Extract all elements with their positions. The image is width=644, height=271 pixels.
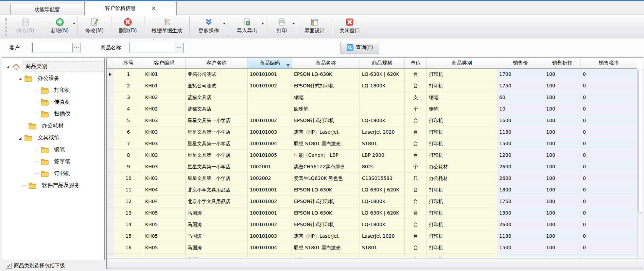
cell-销售价[interactable]: 1750 [497,80,544,92]
filter-funnel-icon[interactable] [286,61,290,69]
cell-商品名称[interactable]: 惠普CH561ZZ黑色墨盒 [292,161,360,173]
cell-销售折扣[interactable]: 100 [544,173,581,184]
cell-商品规格[interactable]: LBP 2900 [360,254,405,257]
table-row[interactable]: 7KH03星星文具第一小学店100101004联想 S1801 黑白激光S180… [107,138,637,150]
cell-销售价[interactable]: 1500 [497,138,544,150]
row-selector-cell[interactable] [107,138,114,150]
cell-单位[interactable]: 台 [405,115,427,126]
cell-客户编码[interactable]: KH01 [143,69,186,80]
cell-商品编码[interactable]: 100101001 [248,184,292,196]
cell-商品编码[interactable]: 100101004 [248,138,292,150]
cell-商品编码[interactable]: 100101002 [248,80,292,92]
cell-序号[interactable]: 2 [114,80,143,92]
row-selector-cell[interactable] [107,150,114,161]
table-row[interactable]: 2KH01亚拓公司测试100101002EPSON针式打印机LQ-1800K台打… [107,80,637,92]
toolbar-button-generate-from-doc[interactable]: 根据单据生成 [145,15,189,38]
row-selector-cell[interactable] [107,219,114,231]
cell-序号[interactable]: 5 [114,115,143,126]
cell-商品名称[interactable]: 惠普（HP）LaserJet [292,126,360,138]
tree-item-传真机[interactable]: 传真机 [29,96,104,108]
row-selector-cell[interactable] [107,126,114,138]
cell-商品规格[interactable]: LaserJet 1020 [360,126,405,138]
cell-序号[interactable]: 10 [114,173,143,184]
toolbar-grip-handle[interactable] [5,18,7,36]
cell-单位[interactable]: 台 [405,150,427,161]
column-header-客户编码[interactable]: 客户编码 [143,58,186,69]
cell-商品名称[interactable]: EPSON针式打印机 [292,80,360,92]
tree-item-订书机[interactable]: 订书机 [29,168,104,180]
cell-销售税率[interactable]: 0 [581,126,637,138]
cell-商品名称[interactable]: 佳能（Canon） LBP [292,150,360,161]
cell-序号[interactable]: 7 [114,138,143,150]
cell-商品规格[interactable] [360,92,405,103]
cell-序号[interactable]: 6 [114,126,143,138]
cell-销售税率[interactable]: 0 [581,103,637,115]
cell-商品名称[interactable]: 钢笔 [292,92,360,103]
cell-客户名称[interactable]: 星星文具第一小学店 [186,138,248,150]
cell-商品名称[interactable]: 圆珠笔 [292,103,360,115]
cell-单位[interactable]: 支 [405,92,427,103]
cell-商品名称[interactable]: 佳能（Canon） LBP [292,254,360,257]
cell-销售折扣[interactable]: 100 [544,150,581,161]
cell-销售价[interactable]: 1200 [497,150,544,161]
cell-单位[interactable]: 台 [405,207,427,219]
cell-商品规格[interactable]: LBP 2900 [360,150,405,161]
cell-客户编码[interactable]: KH03 [143,173,186,184]
cell-商品类别[interactable]: 打印机 [427,150,497,161]
cell-商品类别[interactable]: 打印机 [427,80,497,92]
toolbar-button-add[interactable]: 新增(N) [42,15,77,38]
tree-expander-icon[interactable] [5,64,11,70]
cell-客户编码[interactable]: KH03 [143,138,186,150]
cell-商品规格[interactable]: LQ-630K | 620K [360,69,405,80]
cell-单位[interactable]: 台 [405,69,427,80]
toolbar-button-save[interactable]: 保存(S) [10,15,41,38]
chevron-down-icon[interactable] [73,23,75,24]
table-row[interactable]: 9KH03星星文具第一小学店1002001惠普CH561ZZ黑色墨盒802s个办… [107,161,637,173]
cell-商品类别[interactable]: 打印机 [427,207,497,219]
cell-商品规格[interactable]: LQ-630K | 620K [360,184,405,196]
cell-商品类别[interactable]: 打印机 [427,138,497,150]
cell-客户编码[interactable]: KH05 [143,231,186,242]
cell-客户名称[interactable]: 亚拓公司测试 [186,80,248,92]
cell-客户名称[interactable]: 亚拓公司测试 [186,69,248,80]
cell-商品名称[interactable]: EPSON针式打印机 [292,196,360,207]
cell-销售价[interactable]: 1600 [497,115,544,126]
column-header-销售折扣[interactable]: 销售折扣 [544,58,581,69]
cell-销售税率[interactable]: 0 [581,219,637,231]
cell-销售税率[interactable]: 0 [581,231,637,242]
vertical-scrollbar[interactable] [637,69,643,257]
cell-商品编码[interactable]: 100101002 [248,115,292,126]
row-selector-cell[interactable] [107,115,114,126]
cell-商品编码[interactable]: 1002001 [248,161,292,173]
cell-销售价[interactable]: 1300 [497,207,544,219]
table-row[interactable]: 16KH05马国涛100101004联想 S1801 黑白激光S1801台打印机… [107,242,637,254]
cell-销售税率[interactable]: 0 [581,173,637,184]
cell-销售价[interactable]: 1700 [497,69,544,80]
tree-item-办公耗材[interactable]: 办公耗材 [17,120,104,132]
tree-expander-icon[interactable] [17,135,23,141]
table-row[interactable]: 10KH03星星文具第一小学店1002002爱普生LQ630K 黑色色C13S0… [107,173,637,184]
tab-function-nav[interactable]: 功能导航窗 [10,4,84,15]
cell-序号[interactable]: 14 [114,219,143,231]
product-name-input[interactable] [129,43,175,52]
table-row[interactable]: 6KH03星星文具第一小学店100101003惠普（HP）LaserJetLas… [107,126,637,138]
cell-商品规格[interactable]: 802s [360,161,405,173]
cell-商品名称[interactable]: 联想 S1801 黑白激光 [292,242,360,254]
cell-商品编码[interactable]: 100101005 [248,254,292,257]
cell-商品编码[interactable]: 100101001 [248,207,292,219]
cell-客户编码[interactable]: KH03 [143,150,186,161]
cell-序号[interactable]: 4 [114,103,143,115]
cell-序号[interactable]: 11 [114,184,143,196]
cell-销售折扣[interactable]: 100 [544,219,581,231]
cell-销售折扣[interactable]: 100 [544,80,581,92]
table-row[interactable]: 8KH03星星文具第一小学店100101005佳能（Canon） LBPLBP … [107,150,637,161]
cell-客户编码[interactable]: KH05 [143,242,186,254]
table-row[interactable]: 15KH05马国涛100101003惠普（HP）LaserJetLaserJet… [107,231,637,242]
cell-销售价[interactable]: 2600 [497,173,544,184]
tree-item-软件产品及服务[interactable]: 软件产品及服务 [17,180,104,191]
cell-单位[interactable]: 台 [405,126,427,138]
cell-商品规格[interactable]: LaserJet 1020 [360,231,405,242]
customer-input[interactable] [33,43,72,52]
cell-商品名称[interactable]: 联想 S1801 黑白激光 [292,138,360,150]
tree-item-钢笔[interactable]: 钢笔 [29,144,104,156]
